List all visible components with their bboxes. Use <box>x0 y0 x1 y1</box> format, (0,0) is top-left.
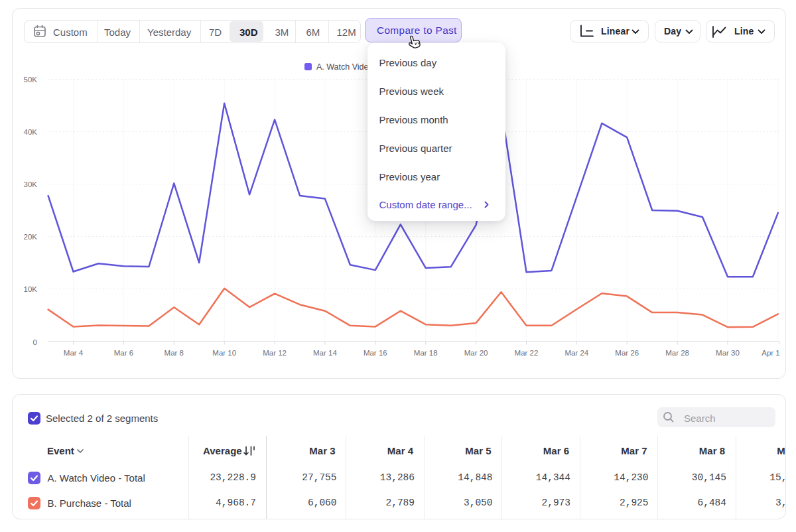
svg-text:Apr 1: Apr 1 <box>762 349 780 357</box>
svg-text:Mar 28: Mar 28 <box>665 349 689 357</box>
svg-text:Mar 24: Mar 24 <box>564 349 588 357</box>
svg-text:Mar 30: Mar 30 <box>716 349 740 357</box>
svg-text:Mar 26: Mar 26 <box>615 349 639 357</box>
svg-text:50K: 50K <box>24 76 38 84</box>
svg-text:Mar 22: Mar 22 <box>515 349 539 357</box>
svg-text:10K: 10K <box>24 285 38 293</box>
svg-text:Mar 12: Mar 12 <box>263 349 287 357</box>
svg-text:Mar 18: Mar 18 <box>414 349 438 357</box>
svg-text:Mar 20: Mar 20 <box>464 349 488 357</box>
svg-text:Mar 6: Mar 6 <box>114 349 133 357</box>
svg-text:20K: 20K <box>24 233 38 241</box>
svg-text:40K: 40K <box>24 128 38 136</box>
svg-text:Mar 8: Mar 8 <box>165 349 184 357</box>
svg-text:Mar 10: Mar 10 <box>212 349 236 357</box>
svg-text:0: 0 <box>33 338 37 346</box>
svg-text:Mar 4: Mar 4 <box>64 349 84 357</box>
svg-text:Mar 16: Mar 16 <box>364 349 387 357</box>
svg-text:Mar 14: Mar 14 <box>313 349 337 357</box>
svg-text:30K: 30K <box>24 180 38 188</box>
